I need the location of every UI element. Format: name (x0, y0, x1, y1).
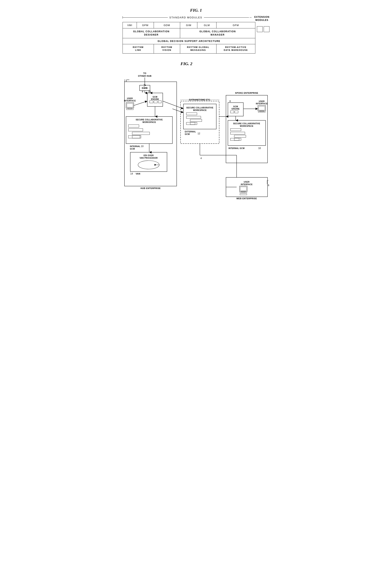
svg-text:USER: USER (127, 97, 133, 99)
svg-text:10: 10 (258, 147, 261, 149)
svg-text:8: 8 (142, 90, 143, 93)
svg-text:GMB: GMB (142, 87, 148, 90)
svg-rect-37 (132, 136, 140, 138)
fig1-title: FIG. 1 (123, 8, 269, 13)
extension-modules-label: EXTENSIONMODULES (254, 16, 269, 22)
svg-rect-33 (128, 125, 139, 127)
svg-text:TO: TO (143, 72, 146, 74)
svg-rect-89 (230, 129, 241, 131)
rhythm-active-data-warehouse: RHYTHM-ACTIVEDATA WAREHOUSE (216, 44, 255, 53)
svg-line-110 (163, 101, 183, 109)
rhythm-row: RHYTHMLINK RHYTHMVISION RHYTHM GLOBALMES… (123, 44, 255, 53)
svg-text:VAN: VAN (136, 173, 140, 175)
svg-text:USER: USER (259, 100, 265, 102)
rhythm-vision: RHYTHMVISION (154, 44, 180, 53)
svg-rect-76 (259, 106, 265, 110)
svg-rect-35 (132, 132, 149, 135)
svg-rect-60 (186, 122, 195, 125)
svg-text:10: 10 (141, 145, 144, 148)
svg-text:15: 15 (148, 90, 151, 93)
svg-rect-61 (190, 122, 197, 125)
svg-text:WORKSPACE: WORKSPACE (143, 121, 156, 123)
module-gim: GIM (180, 22, 197, 28)
svg-text:EXTERNAL: EXTERNAL (185, 131, 196, 133)
svg-text:14: 14 (130, 172, 133, 175)
module-gpm: GPM (137, 22, 154, 28)
svg-text:GCW: GCW (185, 133, 190, 135)
ext-box-1 (257, 26, 263, 32)
svg-text:ENGINE: ENGINE (151, 98, 159, 100)
svg-rect-93 (234, 138, 241, 141)
svg-rect-59 (190, 119, 202, 122)
svg-text:SPOKE ENTERPRISE: SPOKE ENTERPRISE (235, 92, 258, 94)
svg-rect-36 (128, 136, 141, 138)
svg-text:2: 2 (124, 79, 125, 82)
svg-text:INTERFACE: INTERFACE (241, 183, 252, 186)
global-collab-manager: GLOBAL COLLABORATIONMANAGER (180, 28, 255, 38)
svg-text:SECURE COLLABORATIVE: SECURE COLLABORATIVE (186, 107, 213, 109)
global-collab-designer: GLOBAL COLLABORATIONDESIGNER (123, 28, 180, 38)
fig2-title: FIG. 2 (181, 61, 269, 66)
svg-text:VAN PROCESSOR: VAN PROCESSOR (140, 157, 158, 159)
svg-rect-58 (186, 116, 201, 118)
svg-text:EDI OVER: EDI OVER (144, 154, 154, 156)
svg-line-65 (172, 109, 183, 113)
svg-rect-104 (240, 194, 247, 195)
svg-text:INTERNAL GCW: INTERNAL GCW (229, 147, 245, 149)
svg-rect-83 (230, 111, 234, 113)
svg-text:4: 4 (200, 157, 202, 160)
svg-text:SECURE COLLABORATIVE: SECURE COLLABORATIVE (136, 119, 163, 121)
module-gfm: GFM (216, 22, 255, 28)
svg-rect-90 (230, 132, 245, 134)
fig2: FIG. 2 2 TO OTHER HUB (123, 61, 269, 210)
svg-rect-92 (230, 138, 239, 141)
fig2-diagram: 2 TO OTHER HUB (123, 70, 269, 209)
svg-text:OTHER HUB: OTHER HUB (138, 75, 151, 77)
collaboration-row: GLOBAL COLLABORATIONDESIGNER GLOBAL COLL… (123, 28, 255, 38)
svg-text:INTERNAL: INTERNAL (130, 145, 141, 147)
module-glm: GLM (197, 22, 216, 28)
module-gdm: GDM (154, 22, 180, 28)
svg-rect-57 (186, 113, 197, 115)
svg-text:WEB ENTERPRISE: WEB ENTERPRISE (236, 197, 257, 200)
svg-text:USER: USER (244, 181, 249, 183)
svg-text:INTERFACE: INTERFACE (124, 100, 136, 102)
svg-text:WORKSPACE: WORKSPACE (240, 125, 253, 127)
module-vmi: VMI (123, 22, 137, 28)
rhythm-global-messaging: RHYTHM GLOBALMESSAGING (180, 44, 216, 53)
modules-row: VMI GPM GDM GIM GLM GFM (123, 22, 255, 28)
svg-point-46 (138, 161, 159, 169)
svg-text:GCM: GCM (153, 96, 157, 98)
rhythm-link: RHYTHMLINK (123, 44, 154, 53)
svg-text:6: 6 (268, 184, 269, 187)
svg-rect-26 (158, 101, 161, 103)
extension-boxes (257, 26, 269, 32)
svg-text:8: 8 (229, 100, 231, 103)
svg-text:ENGINE: ENGINE (232, 108, 240, 110)
svg-text:WORKSPACE: WORKSPACE (193, 109, 207, 111)
global-decision-support: GLOBAL DECISION SUPPORT ARCHITECTURE (123, 38, 255, 44)
svg-text:SECURE COLLABORATIVE: SECURE COLLABORATIVE (233, 123, 260, 125)
svg-text:GCW: GCW (130, 148, 135, 150)
svg-rect-91 (234, 135, 246, 137)
svg-rect-84 (235, 111, 238, 113)
decision-support-row: GLOBAL DECISION SUPPORT ARCHITECTURE (123, 38, 255, 44)
standard-modules-label: STANDARD MODULES (168, 16, 204, 19)
fig1: FIG. 1 STANDARD MODULES → EXTENSIONMODUL… (123, 8, 269, 53)
svg-rect-24 (149, 101, 153, 103)
svg-text:12: 12 (197, 132, 200, 135)
svg-rect-25 (154, 101, 157, 103)
svg-text:HUB ENTERPRISE: HUB ENTERPRISE (141, 187, 161, 189)
svg-rect-34 (128, 129, 143, 131)
ext-box-2 (264, 26, 269, 32)
svg-rect-16 (127, 103, 133, 107)
svg-rect-101 (240, 187, 246, 191)
svg-text:INTERFACE: INTERFACE (256, 103, 268, 105)
svg-text:GCM: GCM (233, 105, 238, 108)
